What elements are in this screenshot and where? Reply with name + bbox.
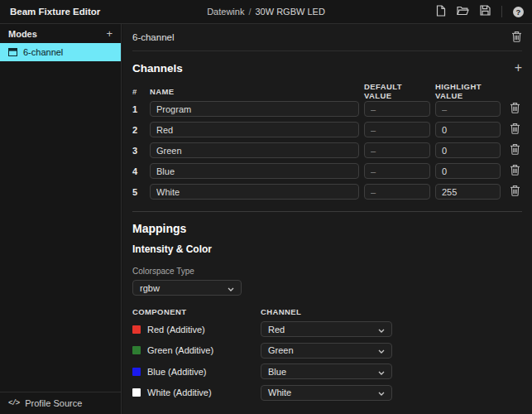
channel-name-input[interactable]	[150, 101, 359, 117]
channel-name-input[interactable]	[150, 122, 359, 137]
section-divider	[132, 211, 522, 212]
component-color-swatch	[132, 388, 141, 397]
column-header-channel: CHANNEL	[261, 307, 301, 316]
component-label: Green (Additive)	[147, 345, 213, 355]
channel-row: 1	[132, 101, 522, 117]
colorspace-type-select[interactable]: rgbw	[132, 280, 242, 296]
channel-select[interactable]: Red	[261, 321, 392, 337]
channel-select[interactable]: White	[261, 385, 392, 401]
profile-source-button[interactable]: </> Profile Source	[0, 392, 121, 414]
channel-row: 3	[132, 142, 522, 158]
component-cell: Green (Additive)	[132, 345, 261, 355]
breadcrumb: Datewink / 30W RGBW LED	[207, 0, 325, 23]
channel-name-input[interactable]	[150, 163, 359, 179]
topbar-divider	[501, 6, 502, 17]
channel-row: 5	[132, 184, 522, 200]
channel-highlight-value-input[interactable]	[435, 101, 501, 117]
main-content: 6-channel Channels + # NAME DEFAULT VALU…	[122, 24, 532, 414]
delete-channel-button[interactable]	[510, 102, 520, 116]
channel-select[interactable]: Blue	[261, 363, 392, 379]
channel-select-value: Blue	[268, 367, 286, 377]
channel-name-input[interactable]	[150, 184, 359, 200]
channel-number: 3	[132, 146, 150, 156]
channel-number: 1	[132, 104, 150, 114]
channel-default-value-input[interactable]	[364, 122, 430, 137]
column-header-number: #	[132, 87, 150, 96]
chevron-down-icon	[378, 325, 385, 335]
colorspace-type-label: Colorspace Type	[132, 267, 522, 277]
channel-row: 2	[132, 122, 522, 137]
new-file-icon	[436, 5, 446, 19]
mappings-table-header: COMPONENT CHANNEL	[132, 306, 522, 316]
component-label: Red (Additive)	[147, 325, 205, 335]
trash-icon	[510, 185, 520, 199]
add-channel-button[interactable]: +	[515, 61, 522, 75]
delete-channel-button[interactable]	[510, 185, 520, 199]
help-button[interactable]: ?	[513, 7, 524, 17]
channel-row: 4	[132, 163, 522, 179]
component-color-swatch	[132, 325, 141, 334]
mode-item-label: 6-channel	[23, 47, 63, 57]
trash-icon	[510, 102, 520, 116]
chevron-down-icon	[228, 283, 234, 293]
delete-channel-button[interactable]	[510, 164, 520, 178]
channel-number: 5	[132, 187, 150, 197]
mapping-row: Blue (Additive) Blue	[132, 363, 522, 379]
modes-header-label: Modes	[8, 29, 37, 39]
chevron-down-icon	[378, 388, 385, 397]
component-color-swatch	[132, 368, 141, 376]
channel-default-value-input[interactable]	[364, 163, 430, 179]
save-icon	[480, 5, 491, 18]
component-cell: White (Additive)	[132, 388, 261, 397]
colorspace-type-value: rgbw	[140, 283, 160, 293]
intensity-color-subtitle: Intensity & Color	[132, 243, 522, 256]
channel-select-value: Red	[268, 325, 285, 335]
mode-title-row: 6-channel	[132, 24, 522, 51]
channel-highlight-value-input[interactable]	[435, 122, 501, 137]
column-header-highlight-value: HIGHLIGHT VALUE	[435, 82, 501, 100]
channel-number: 2	[132, 125, 150, 135]
trash-icon	[511, 31, 522, 45]
channel-highlight-value-input[interactable]	[435, 184, 501, 200]
open-file-button[interactable]	[457, 6, 469, 18]
delete-channel-button[interactable]	[510, 123, 520, 137]
mode-list: 6-channel	[0, 43, 121, 61]
breadcrumb-fixture-name: 30W RGBW LED	[255, 7, 324, 17]
open-folder-icon	[457, 6, 469, 18]
channel-select[interactable]: Green	[261, 343, 392, 359]
modes-header: Modes +	[0, 24, 121, 43]
channel-default-value-input[interactable]	[364, 184, 430, 200]
sidebar-mode-item[interactable]: 6-channel	[0, 43, 121, 61]
delete-channel-button[interactable]	[510, 143, 520, 157]
channels-section-header: Channels +	[132, 51, 522, 84]
component-cell: Red (Additive)	[132, 325, 261, 335]
profile-source-label: Profile Source	[25, 398, 82, 408]
channel-number: 4	[132, 166, 150, 176]
code-icon: </>	[8, 399, 19, 407]
channel-name-input[interactable]	[150, 142, 359, 158]
save-button[interactable]	[480, 5, 491, 18]
breadcrumb-separator: /	[248, 7, 251, 17]
mappings-title: Mappings	[132, 222, 522, 236]
delete-mode-button[interactable]	[511, 31, 522, 45]
new-file-button[interactable]	[436, 5, 446, 19]
topbar-actions: ?	[436, 0, 524, 23]
mappings-rows: Red (Additive) Red Green (Additive) Gree…	[132, 321, 522, 401]
trash-icon	[510, 123, 520, 137]
channel-default-value-input[interactable]	[364, 142, 430, 158]
trash-icon	[510, 164, 520, 178]
component-cell: Blue (Additive)	[132, 367, 261, 377]
app-title: Beam Fixture Editor	[10, 0, 100, 23]
app-window: Beam Fixture Editor Datewink / 30W RGBW …	[0, 0, 532, 414]
chevron-down-icon	[378, 345, 385, 355]
help-icon: ?	[513, 7, 524, 17]
channel-highlight-value-input[interactable]	[435, 142, 501, 158]
channel-highlight-value-input[interactable]	[435, 163, 501, 179]
channels-rows: 1 2	[132, 101, 522, 200]
breadcrumb-manufacturer: Datewink	[207, 7, 244, 17]
sidebar-spacer	[0, 61, 121, 392]
add-mode-button[interactable]: +	[106, 28, 113, 39]
channel-default-value-input[interactable]	[364, 101, 430, 117]
mapping-row: Red (Additive) Red	[132, 321, 522, 337]
sidebar: Modes + 6-channel </> Profile Source	[0, 24, 122, 414]
